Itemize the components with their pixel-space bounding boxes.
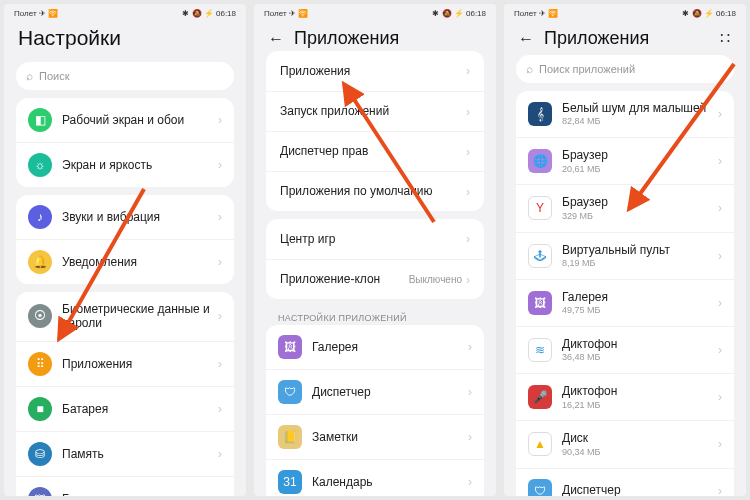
row-label: Браузер [562, 148, 714, 162]
row-label: Память [62, 447, 214, 461]
settings-row[interactable]: ☼Экран и яркость› [16, 142, 234, 187]
app-icon: 🛡 [528, 479, 552, 497]
row-label: Диктофон [562, 337, 714, 351]
chevron-right-icon: › [718, 437, 722, 451]
row-icon: 🛡 [28, 487, 52, 496]
status-left: Полет ✈ 🛜 [514, 9, 558, 18]
chevron-right-icon: › [468, 340, 472, 354]
chevron-right-icon: › [218, 255, 222, 269]
search-icon: ⌕ [526, 62, 533, 76]
row-label: Звуки и вибрация [62, 210, 214, 224]
row-sub: 8,19 МБ [562, 258, 714, 269]
app-row[interactable]: 🖼Галерея› [266, 325, 484, 369]
chevron-right-icon: › [218, 309, 222, 323]
search-input[interactable]: ⌕ Поиск [16, 62, 234, 90]
row-text: Галерея49,75 МБ [562, 290, 714, 316]
settings-screen: Полет ✈ 🛜 ✱ 🔕 ⚡ 06:18 Настройки ⌕ Поиск … [4, 4, 246, 496]
chevron-right-icon: › [466, 145, 470, 159]
app-list-body: 𝄞Белый шум для малышей82,84 МБ›🌐Браузер2… [504, 91, 746, 496]
settings-row[interactable]: ♪Звуки и вибрация› [16, 195, 234, 239]
row-label: Диктофон [562, 384, 714, 398]
chevron-right-icon: › [718, 296, 722, 310]
row-text: Браузер20,61 МБ [562, 148, 714, 174]
row-icon: ⛁ [28, 442, 52, 466]
search-placeholder: Поиск [39, 70, 69, 82]
app-row[interactable]: 🛡Диспетчер› [266, 369, 484, 414]
settings-body: ◧Рабочий экран и обои›☼Экран и яркость›♪… [4, 98, 246, 496]
row-label: Календарь [312, 475, 464, 489]
row-text: Виртуальный пульт8,19 МБ [562, 243, 714, 269]
app-row[interactable]: ▲Диск90,34 МБ› [516, 420, 734, 467]
section-label: НАСТРОЙКИ ПРИЛОЖЕНИЙ [262, 307, 488, 325]
app-row[interactable]: 🎤Диктофон16,21 МБ› [516, 373, 734, 420]
app-row[interactable]: ≋Диктофон36,48 МБ› [516, 326, 734, 373]
app-row[interactable]: 🌐Браузер20,61 МБ› [516, 137, 734, 184]
row-text: Диск90,34 МБ [562, 431, 714, 457]
row-icon: ⠿ [28, 352, 52, 376]
chevron-right-icon: › [218, 447, 222, 461]
app-icon: 🕹 [528, 244, 552, 268]
row-label: Заметки [312, 430, 464, 444]
row-label: Браузер [562, 195, 714, 209]
app-row[interactable]: 31Календарь› [266, 459, 484, 496]
app-icon: 31 [278, 470, 302, 494]
row-icon: ☼ [28, 153, 52, 177]
settings-group: ◧Рабочий экран и обои›☼Экран и яркость› [16, 98, 234, 187]
app-icon: 🖼 [278, 335, 302, 359]
menu-row[interactable]: Приложения› [266, 51, 484, 91]
chevron-right-icon: › [718, 154, 722, 168]
app-icon: 𝄞 [528, 102, 552, 126]
row-label: Батарея [62, 402, 214, 416]
app-row[interactable]: 📒Заметки› [266, 414, 484, 459]
search-input[interactable]: ⌕ Поиск приложений [516, 55, 734, 83]
menu-row[interactable]: Запуск приложений› [266, 91, 484, 131]
status-right: ✱ 🔕 ⚡ 06:18 [682, 9, 736, 18]
settings-row[interactable]: ■Батарея› [16, 386, 234, 431]
settings-row[interactable]: ◧Рабочий экран и обои› [16, 98, 234, 142]
row-label: Диспетчер [312, 385, 464, 399]
row-text: Диктофон36,48 МБ [562, 337, 714, 363]
menu-row[interactable]: Диспетчер прав› [266, 131, 484, 171]
row-label: Виртуальный пульт [562, 243, 714, 257]
page-title: Приложения [294, 28, 399, 49]
settings-row[interactable]: ⦿Биометрические данные и пароли› [16, 292, 234, 341]
header: ← Приложения ∷ [504, 22, 746, 51]
back-button[interactable]: ← [268, 31, 284, 47]
app-row[interactable]: 🕹Виртуальный пульт8,19 МБ› [516, 232, 734, 279]
chevron-right-icon: › [466, 64, 470, 78]
app-list: 𝄞Белый шум для малышей82,84 МБ›🌐Браузер2… [516, 91, 734, 496]
menu-row[interactable]: Приложение-клонВыключено› [266, 259, 484, 299]
chevron-right-icon: › [718, 390, 722, 404]
more-button[interactable]: ∷ [720, 29, 732, 48]
chevron-right-icon: › [218, 210, 222, 224]
chevron-right-icon: › [718, 343, 722, 357]
row-text: Диспетчер [562, 483, 714, 496]
chevron-right-icon: › [218, 402, 222, 416]
row-label: Безопасность [62, 492, 214, 496]
chevron-right-icon: › [218, 158, 222, 172]
back-button[interactable]: ← [518, 31, 534, 47]
menu-row[interactable]: Центр игр› [266, 219, 484, 259]
settings-row[interactable]: ⠿Приложения› [16, 341, 234, 386]
row-label: Центр игр [280, 232, 462, 246]
settings-row[interactable]: 🔔Уведомления› [16, 239, 234, 284]
row-label: Приложения по умолчанию [280, 184, 462, 198]
menu-group: Центр игр›Приложение-клонВыключено› [266, 219, 484, 299]
menu-row[interactable]: Приложения по умолчанию› [266, 171, 484, 211]
settings-row[interactable]: 🛡Безопасность› [16, 476, 234, 496]
app-icon: 🖼 [528, 291, 552, 315]
row-label: Запуск приложений [280, 104, 462, 118]
status-left: Полет ✈ 🛜 [14, 9, 58, 18]
app-row[interactable]: 🛡Диспетчер› [516, 468, 734, 497]
settings-row[interactable]: ⛁Память› [16, 431, 234, 476]
header: ← Приложения [254, 22, 496, 51]
row-label: Рабочий экран и обои [62, 113, 214, 127]
app-row[interactable]: 🖼Галерея49,75 МБ› [516, 279, 734, 326]
app-row[interactable]: YБраузер329 МБ› [516, 184, 734, 231]
row-text: Диктофон16,21 МБ [562, 384, 714, 410]
row-label: Биометрические данные и пароли [62, 302, 214, 331]
page-title: Приложения [544, 28, 649, 49]
chevron-right-icon: › [718, 107, 722, 121]
app-row[interactable]: 𝄞Белый шум для малышей82,84 МБ› [516, 91, 734, 137]
menu-group: Приложения›Запуск приложений›Диспетчер п… [266, 51, 484, 211]
